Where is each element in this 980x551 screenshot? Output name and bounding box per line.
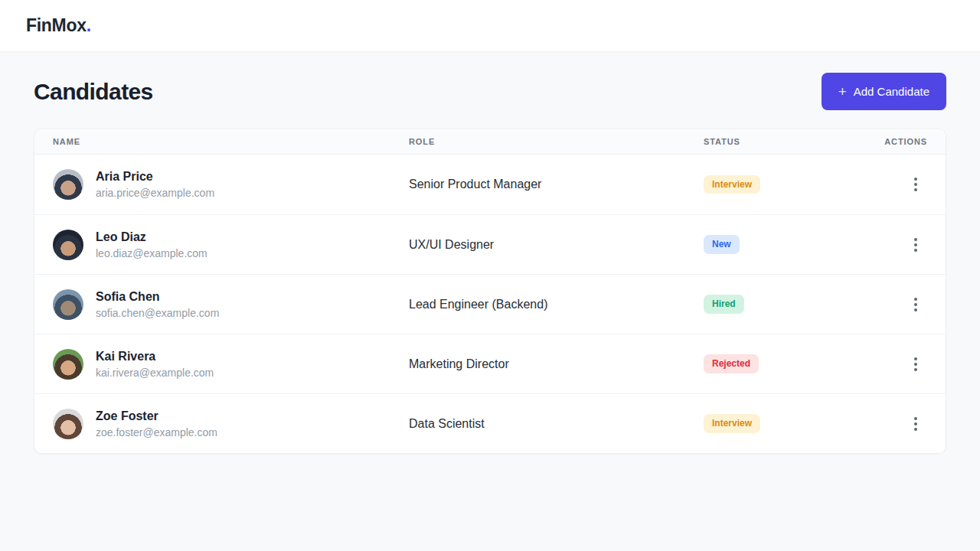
candidate-email: leo.diaz@example.com bbox=[96, 247, 207, 259]
row-actions-menu-button[interactable] bbox=[904, 353, 927, 376]
table-body: Aria Price aria.price@example.com Senior… bbox=[34, 155, 946, 453]
candidate-cell: Kai Rivera kai.rivera@example.com bbox=[53, 349, 409, 380]
table-header-row: NAME ROLE STATUS ACTIONS bbox=[34, 129, 946, 155]
plus-icon: + bbox=[838, 84, 847, 99]
candidate-name: Kai Rivera bbox=[96, 350, 214, 364]
title-row: Candidates + Add Candidate bbox=[34, 73, 946, 110]
table-row: Zoe Foster zoe.foster@example.com Data S… bbox=[34, 393, 946, 453]
role-cell: Senior Product Manager bbox=[409, 178, 704, 191]
candidate-avatar bbox=[53, 169, 83, 200]
table-row: Aria Price aria.price@example.com Senior… bbox=[34, 155, 946, 214]
status-badge: Interview bbox=[704, 175, 760, 194]
candidate-avatar bbox=[53, 230, 83, 260]
role-cell: Lead Engineer (Backend) bbox=[409, 298, 704, 311]
row-actions-menu-button[interactable] bbox=[904, 173, 927, 196]
status-badge: New bbox=[704, 235, 740, 253]
column-header-actions: ACTIONS bbox=[881, 137, 927, 146]
status-cell: New bbox=[704, 235, 881, 253]
status-cell: Hired bbox=[704, 295, 881, 313]
actions-cell bbox=[881, 233, 927, 256]
candidate-email: sofia.chen@example.com bbox=[96, 307, 219, 319]
candidates-table: NAME ROLE STATUS ACTIONS Aria Price aria… bbox=[34, 129, 946, 454]
row-actions-menu-button[interactable] bbox=[904, 233, 927, 256]
candidate-role: Marketing Director bbox=[409, 357, 509, 370]
add-candidate-label: Add Candidate bbox=[854, 85, 929, 98]
candidate-avatar bbox=[53, 289, 83, 320]
column-header-role: ROLE bbox=[409, 137, 704, 146]
candidate-cell: Sofia Chen sofia.chen@example.com bbox=[53, 289, 409, 320]
brand-accent-dot: . bbox=[87, 15, 91, 35]
table-row: Kai Rivera kai.rivera@example.com Market… bbox=[34, 334, 946, 393]
status-badge: Hired bbox=[704, 295, 744, 313]
role-cell: Marketing Director bbox=[409, 357, 704, 371]
add-candidate-button[interactable]: + Add Candidate bbox=[822, 73, 946, 110]
page-title: Candidates bbox=[34, 79, 153, 105]
candidate-role: Senior Product Manager bbox=[409, 178, 541, 191]
candidate-role: Lead Engineer (Backend) bbox=[409, 298, 547, 311]
brand-name: FinMox bbox=[26, 15, 87, 35]
candidate-name: Leo Diaz bbox=[96, 230, 207, 244]
candidate-name: Sofia Chen bbox=[96, 290, 219, 304]
column-header-name: NAME bbox=[53, 137, 409, 146]
table-row: Leo Diaz leo.diaz@example.com UX/UI Desi… bbox=[34, 214, 946, 274]
role-cell: Data Scientist bbox=[409, 417, 704, 431]
status-cell: Rejected bbox=[704, 354, 881, 373]
column-header-status: STATUS bbox=[704, 137, 881, 146]
candidate-email: kai.rivera@example.com bbox=[96, 367, 214, 379]
actions-cell bbox=[881, 293, 927, 316]
candidate-email: zoe.foster@example.com bbox=[96, 426, 217, 439]
candidate-avatar bbox=[53, 349, 83, 380]
app-header: FinMox. bbox=[0, 0, 980, 52]
status-badge: Rejected bbox=[704, 354, 759, 373]
candidate-cell: Aria Price aria.price@example.com bbox=[53, 169, 409, 200]
status-cell: Interview bbox=[704, 175, 881, 194]
brand-logo[interactable]: FinMox. bbox=[26, 15, 91, 36]
candidate-role: UX/UI Designer bbox=[409, 238, 494, 251]
main-content: Candidates + Add Candidate NAME ROLE STA… bbox=[0, 52, 980, 454]
row-actions-menu-button[interactable] bbox=[904, 412, 927, 435]
status-badge: Interview bbox=[704, 414, 760, 432]
candidate-cell: Zoe Foster zoe.foster@example.com bbox=[53, 409, 409, 439]
status-cell: Interview bbox=[704, 414, 881, 432]
candidate-avatar bbox=[53, 409, 83, 439]
actions-cell bbox=[881, 173, 927, 196]
candidate-role: Data Scientist bbox=[409, 417, 485, 430]
candidate-cell: Leo Diaz leo.diaz@example.com bbox=[53, 230, 409, 260]
actions-cell bbox=[881, 412, 927, 435]
actions-cell bbox=[881, 353, 927, 376]
row-actions-menu-button[interactable] bbox=[904, 293, 927, 316]
role-cell: UX/UI Designer bbox=[409, 238, 704, 252]
candidate-email: aria.price@example.com bbox=[96, 187, 214, 199]
candidate-name: Zoe Foster bbox=[96, 409, 217, 423]
candidate-name: Aria Price bbox=[96, 170, 214, 184]
table-row: Sofia Chen sofia.chen@example.com Lead E… bbox=[34, 274, 946, 334]
